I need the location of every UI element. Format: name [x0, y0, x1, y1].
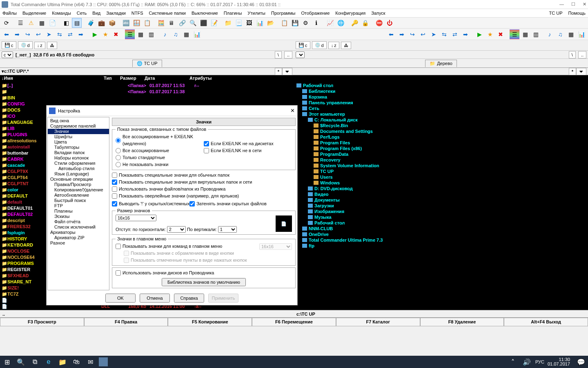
menu-item[interactable]: Сеть: [77, 11, 87, 16]
tray-lang[interactable]: РУС: [535, 359, 544, 364]
image-icon[interactable]: 🖼: [244, 18, 254, 28]
bars-icon[interactable]: 📊: [192, 29, 202, 39]
doc-icon[interactable]: 📃: [234, 18, 243, 28]
settings-tree-item[interactable]: Список исключений: [48, 224, 109, 230]
font-icon[interactable]: 🔤: [121, 18, 131, 28]
settings-tree-item[interactable]: Эскизы: [48, 214, 109, 219]
menu-item[interactable]: Системные папки: [149, 11, 186, 16]
notifications-icon[interactable]: 💬: [576, 357, 586, 367]
settings-tree-item[interactable]: Значки: [48, 129, 109, 134]
settings-tree[interactable]: Вид окнаСодержимое панелейЗначкиШрифтыЦв…: [47, 117, 109, 290]
menu-item[interactable]: Файлы: [2, 11, 17, 16]
nav-icon[interactable]: ➡: [461, 29, 470, 39]
settings-tree-item[interactable]: Цвета: [48, 139, 109, 145]
check-not-floppy[interactable]: Если EXE/LNK не на дискетах: [204, 140, 292, 147]
nav-icon[interactable]: ⇄: [65, 29, 75, 39]
radio-all[interactable]: Все ассоциированные: [116, 147, 204, 154]
settings-tree-item[interactable]: Содержимое панелей: [48, 123, 109, 129]
settings-tree-item[interactable]: Быстрый поиск: [48, 198, 109, 203]
grid-icon[interactable]: ▦: [37, 18, 47, 28]
minimize-button[interactable]: —: [559, 2, 564, 7]
tree-item[interactable]: System Volume Information: [294, 163, 588, 168]
menu-item[interactable]: Запуск: [371, 11, 385, 16]
settings-tree-item[interactable]: Правка/Просмотр: [48, 182, 109, 187]
window-icon[interactable]: 🪟: [131, 18, 141, 28]
check-menu-icons[interactable]: Показывать значки для команд в главном м…: [116, 243, 222, 250]
menu-item[interactable]: Конфигурация: [335, 11, 365, 16]
radio-standard[interactable]: Только стандартные: [116, 154, 204, 161]
default-library-button[interactable]: Библиотека значков по умолчанию: [162, 278, 246, 286]
folder-icon[interactable]: 📂: [265, 18, 275, 28]
close-icon[interactable]: ✖: [496, 29, 506, 39]
settings-tree-item[interactable]: FTP: [48, 203, 109, 209]
explorer-icon[interactable]: 📁: [57, 357, 68, 367]
key-icon[interactable]: 🔑: [350, 18, 359, 28]
star-icon[interactable]: ★: [100, 29, 110, 39]
drive-c-button[interactable]: 💾 c: [296, 41, 310, 49]
tree-item[interactable]: NNM-CLUB: [294, 226, 588, 231]
fkey-button[interactable]: F3 Просмотр: [0, 318, 84, 326]
drive-icon[interactable]: 💾: [290, 18, 300, 28]
fkey-button[interactable]: F8 Удаление: [420, 318, 504, 326]
fkey-button[interactable]: F6 Перемещение: [252, 318, 336, 326]
up-button[interactable]: ..: [284, 51, 292, 58]
task-icon[interactable]: 📋: [279, 18, 289, 28]
root-button[interactable]: \: [275, 51, 282, 58]
tree-item[interactable]: Изображения: [294, 209, 588, 214]
tree-item[interactable]: Windows: [294, 180, 588, 186]
settings-tree-item[interactable]: Плагины: [48, 209, 109, 214]
nav-icon[interactable]: ➤: [429, 29, 439, 39]
settings-tree-item[interactable]: Наборы колонок: [48, 155, 109, 161]
nav-icon[interactable]: ↩: [418, 29, 428, 39]
settings-tree-item[interactable]: Табуляторы: [48, 145, 109, 150]
power-icon[interactable]: ⏻: [385, 18, 394, 28]
tree-item[interactable]: Музыка: [294, 214, 588, 220]
play-icon[interactable]: ▶: [474, 29, 484, 39]
tree-item[interactable]: Рабочий стол: [294, 83, 588, 88]
drive-network-button[interactable]: 🖧: [341, 42, 351, 49]
desktop-icon[interactable]: 🖥: [167, 18, 176, 28]
drive-network-button[interactable]: 🖧: [47, 42, 57, 49]
settings-tree-item[interactable]: Файл отчёта: [48, 219, 109, 224]
folder-icon[interactable]: 📁: [223, 18, 233, 28]
grid-icon[interactable]: ▦: [181, 29, 191, 39]
search-icon[interactable]: 🔍: [188, 18, 198, 28]
tab-left[interactable]: 🌐 TC UP: [132, 60, 162, 67]
rows-icon[interactable]: ☰: [510, 29, 519, 39]
taskview-icon[interactable]: ⧉: [29, 357, 40, 367]
nav-icon[interactable]: ↩: [33, 29, 43, 39]
columns-icon[interactable]: ▥: [146, 29, 156, 39]
tree-item[interactable]: Рабочий стол: [294, 220, 588, 226]
panel-icon[interactable]: ◧: [61, 18, 71, 28]
nav-icon[interactable]: ➡: [76, 29, 86, 39]
start-button[interactable]: ⊞: [2, 357, 12, 367]
settings-tree-item[interactable]: Шрифты: [48, 134, 109, 139]
gear-icon[interactable]: ⚙: [301, 18, 310, 28]
tree-item[interactable]: Корзина: [294, 94, 588, 100]
settings-tree-item[interactable]: Архиватор ZIP: [48, 235, 109, 240]
menu-item[interactable]: NTFS: [131, 11, 143, 16]
settings-tree-item[interactable]: Копирование/Удаление: [48, 187, 109, 193]
close-button[interactable]: ✕: [583, 2, 586, 7]
tree-item[interactable]: Documents and Settings: [294, 128, 588, 134]
app-icon[interactable]: [99, 357, 108, 366]
bars-icon[interactable]: 📊: [577, 29, 586, 39]
drive-c-button[interactable]: 💾 c: [2, 41, 16, 49]
settings-tree-item[interactable]: Вкладки папок: [48, 150, 109, 155]
nav-icon[interactable]: ↪: [23, 29, 33, 39]
settings-tree-item[interactable]: Язык (Language): [48, 171, 109, 177]
star-icon[interactable]: ★: [485, 29, 495, 39]
settings-checkbox[interactable]: Показывать оверлейные значки (например, …: [112, 193, 296, 200]
menu-item[interactable]: Выделение: [22, 11, 46, 16]
menu-item[interactable]: Программы: [271, 11, 295, 16]
table-icon[interactable]: 📊: [255, 18, 265, 28]
tree-item[interactable]: Загрузки: [294, 203, 588, 209]
maximize-button[interactable]: ☐: [571, 2, 575, 7]
fkey-button[interactable]: F5 Копирование: [168, 318, 252, 326]
table-icon[interactable]: ▦: [520, 29, 530, 39]
tree-item[interactable]: Users: [294, 174, 588, 180]
settings-tree-item[interactable]: Вид окна: [48, 118, 109, 123]
settings-checkbox[interactable]: Показывать специальные значки для обычны…: [112, 172, 296, 179]
settings-tree-item[interactable]: Стили оформления: [48, 161, 109, 166]
drive-z-button[interactable]: ↓ z: [328, 42, 339, 49]
